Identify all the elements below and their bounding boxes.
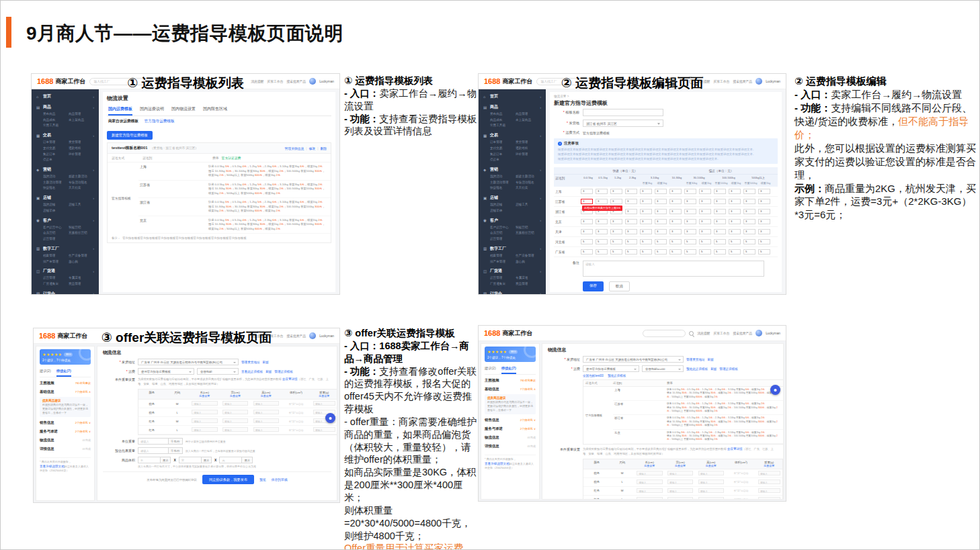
cancel-button[interactable]: 取消 [609,281,630,291]
sidebar-subitem[interactable]: 商品管理 [516,111,541,118]
publish-button[interactable]: 同意协议条款，我要发布 [202,475,254,484]
rate-input[interactable]: 5 [743,239,756,244]
rate-input[interactable]: 3 [714,229,726,234]
rate-input[interactable]: 3 [610,229,622,234]
rate-input[interactable]: 3 [669,199,682,204]
rate-input[interactable]: 5 [625,239,637,244]
header-link[interactable]: 消息提醒 [697,79,710,83]
sidebar-subitem[interactable]: 未上架商品 [69,118,94,124]
freight-template-select[interactable]: 使用官方指导运费模板 [138,368,194,375]
rate-input[interactable]: 3 [684,189,696,194]
length-input[interactable]: 请输入 [192,401,217,406]
freight-link[interactable]: 刷新 [266,370,272,373]
rate-input[interactable]: 3 [729,199,741,204]
height-input[interactable]: 请输入 [253,427,279,432]
set-detail-link[interactable]: 去设置详情 [282,377,298,381]
header-link[interactable]: 消息提醒 [251,334,263,338]
review-item[interactable]: 物流信息已完成 [485,433,536,442]
doc-link[interactable]: 查看升级说明文档 [40,465,65,468]
weight-input[interactable]: 请输入 [758,488,780,493]
height-input[interactable]: 请输入 [253,401,279,406]
batch-set-link[interactable]: 批量设置 [635,464,665,467]
batch-set-link[interactable]: 批量设置 [665,464,696,467]
avatar[interactable] [309,78,316,85]
header-link[interactable]: 买家工作台 [267,79,283,83]
weight-input[interactable]: 请输入 [758,479,780,484]
rate-input[interactable]: 3 [596,219,608,224]
sidebar-group[interactable]: ▤ 商品 发布商品商品管理商品成长未上架商品常用工具箱 [36,103,94,129]
sidebar-subitem[interactable]: 商品成长 [43,118,69,124]
rate-input[interactable]: 3 [743,209,756,214]
sidebar-subitem[interactable]: 商品成长 [490,118,516,124]
rate-input[interactable]: 3 [655,209,667,214]
sidebar-subitem[interactable]: 商品管理 [69,111,94,118]
template-type-link[interactable]: 商家自设运费模板 [108,119,138,124]
freight-link[interactable]: 管理运费模板 [719,367,738,371]
tab[interactable]: 国内限售区域 [203,106,227,116]
sidebar-subitem[interactable]: 订单管理 [43,140,69,146]
sidebar-subitem[interactable]: 专场活动报名 [69,180,94,186]
length-input[interactable]: 请输入 [192,410,217,414]
sidebar-subitem[interactable]: 专属渠道 [69,275,94,281]
header-link[interactable]: 搜索批发产品 [733,331,752,335]
rate-input[interactable]: 3 [610,199,622,204]
weight-input[interactable]: 请输入 [758,497,780,500]
rate-input[interactable]: 5 [758,249,770,255]
sidebar-subitem[interactable]: 档案管理 [43,253,69,259]
header-link[interactable]: 买家工作台 [267,334,283,338]
sidebar-subitem[interactable]: 发品管理 [516,281,541,287]
sidebar-group[interactable]: ▣ 店铺 我的店铺店铺工具店铺装修 [36,193,94,214]
search-icon[interactable] [689,331,694,336]
sidebar-group[interactable]: ▨ 订货会 订货会报名直播订货会客户管理 [483,289,541,295]
sidebar-subitem[interactable]: 天天特卖 [516,185,541,191]
batch-set-link[interactable]: 批量设置 [251,394,282,398]
sidebar-subitem[interactable]: 停运单 [43,157,69,163]
ship-from-select[interactable]: 浙江省 杭州市 滨江区 [583,120,663,127]
template-type-link[interactable]: 官方指导运费模板 [145,119,175,124]
rate-input[interactable]: 5 [655,239,667,244]
sidebar-subitem[interactable]: 智能营销 [516,225,541,231]
sidebar-subitem[interactable]: 专场活动报名 [516,180,541,186]
rate-input[interactable]: 3 [684,229,696,234]
sidebar-subitem[interactable]: 我的活动 [43,174,69,180]
batch-set-link[interactable]: 批量设置 [696,464,727,467]
batch-set-link[interactable]: 批量设置 [311,394,337,398]
address-link[interactable]: 刷新 [263,361,269,364]
doc-link[interactable]: 查看升级说明文档 [485,462,509,465]
sidebar-subitem[interactable]: 店铺装修 [43,208,69,214]
sidebar-group[interactable]: ◫ 厂货通 运营管理专属渠道厂货通集采发品管理 [483,267,541,287]
rate-input[interactable]: 5 [640,249,652,255]
rate-input[interactable]: 3 [655,199,667,204]
review-item[interactable]: 基础信息7个待优化 ∧ [485,385,536,394]
sidebar-group[interactable]: ▤ 商品 发布商品商品管理商品成长未上架商品常用工具箱 [483,103,541,129]
volume-width-input[interactable]: 宽 [179,457,202,463]
sidebar-subitem[interactable]: 运营管理 [43,275,69,281]
card-action-link[interactable]: 修改 [304,146,315,150]
sidebar-group[interactable]: ▥ 数字工厂 档案管理生产设备管理排产单管理放心购 [483,244,541,265]
card-action-link[interactable]: 删除 [315,146,327,150]
sidebar-subitem[interactable]: 常用工具箱 [490,123,516,129]
rate-input[interactable]: 5 [743,249,756,255]
address-select[interactable]: 广东省 广州市 白云区 大源街道云熙路25号中南智慧园(和)公司 [138,359,239,365]
search-input[interactable] [643,330,686,337]
review-tab[interactable]: 待优化(7) [56,367,71,377]
review-item[interactable]: 服务与承诺2个待优化 ∨ [40,427,91,436]
width-input[interactable]: 请输入 [222,418,248,423]
rate-input[interactable]: 3 [669,209,682,214]
rate-input[interactable]: 3 [758,209,770,214]
sidebar-subitem[interactable]: 停运单 [490,157,516,163]
rate-input[interactable]: 3 [625,209,637,214]
rate-input[interactable]: 3 [684,209,696,214]
rate-input[interactable]: 3 [640,189,652,194]
height-input[interactable]: 请输入 [698,479,724,484]
header-link[interactable]: 消息提醒 [697,331,710,335]
rate-input[interactable]: 3 [714,199,726,204]
width-input[interactable]: 请输入 [667,479,693,484]
width-input[interactable]: 请输入 [667,497,693,500]
rate-input[interactable]: 3 [610,189,622,194]
rate-input[interactable]: 3 [610,219,622,224]
search-input[interactable]: 输入找工厂 [89,78,149,85]
logo-1688[interactable]: 1688 [39,332,55,340]
sidebar-subitem[interactable]: 主题活动管理 [43,180,69,186]
sidebar-group[interactable]: ▦ 交易 订单管理发货管理支付交易退款维权集运订单评价管理停运单 [36,131,94,163]
